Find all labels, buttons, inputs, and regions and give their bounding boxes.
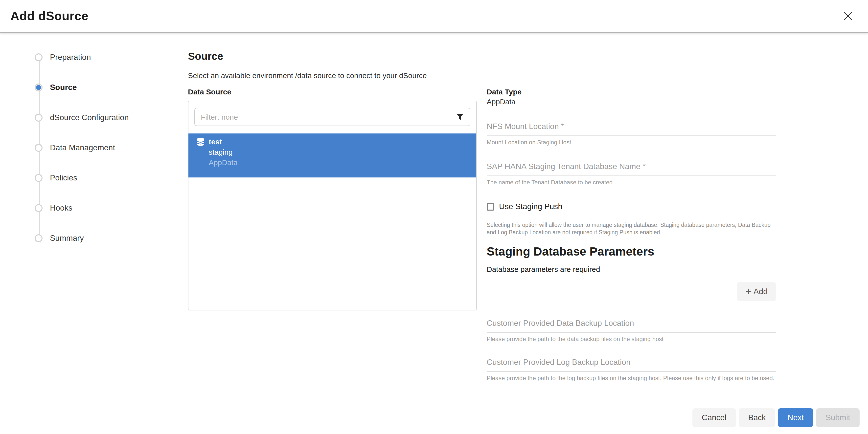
step-label: Data Management [50, 143, 115, 152]
step-dsource-configuration[interactable]: dSource Configuration [0, 102, 168, 132]
filter-field [194, 108, 470, 126]
field-hint: Please provide the path to the log backu… [487, 375, 776, 381]
step-policies[interactable]: Policies [0, 163, 168, 193]
wizard-footer: Cancel Back Next Submit [0, 401, 868, 434]
modal-header: Add dSource [0, 0, 868, 33]
staging-db-parameters-subtext: Database parameters are required [487, 265, 776, 273]
step-label: Policies [50, 173, 77, 182]
log-backup-location-input[interactable] [487, 358, 776, 372]
data-type-value: AppData [487, 97, 776, 106]
field-hint: Please provide the path to the data back… [487, 336, 776, 342]
nfs-mount-location-field: Mount Location on Staging Host [487, 122, 776, 146]
item-type: AppData [197, 157, 468, 168]
add-parameter-row: + Add [487, 282, 776, 301]
use-staging-push-label: Use Staging Push [499, 202, 562, 211]
filter-input[interactable] [194, 108, 470, 126]
wizard-body: Preparation Source dSource Configuration… [0, 33, 868, 401]
submit-button: Submit [816, 408, 860, 427]
step-radio-icon [35, 113, 42, 121]
step-label: Summary [50, 234, 84, 242]
filter-funnel-icon [456, 112, 464, 123]
field-hint: The name of the Tenant Database to be cr… [487, 179, 776, 186]
next-button[interactable]: Next [778, 408, 813, 427]
source-step-content: Source Select an available environment /… [168, 33, 868, 401]
data-type-label: Data Type [487, 88, 776, 96]
step-label: Hooks [50, 203, 72, 212]
data-source-listbox: test staging AppData [188, 101, 477, 310]
step-preparation[interactable]: Preparation [0, 42, 168, 72]
sap-hana-tenant-db-input[interactable] [487, 162, 776, 176]
data-source-item-selected[interactable]: test staging AppData [188, 133, 476, 177]
staging-db-parameters-heading: Staging Database Parameters [487, 245, 776, 259]
step-radio-icon [35, 174, 42, 182]
data-backup-location-field: Please provide the path to the data back… [487, 319, 776, 342]
step-radio-icon [35, 234, 42, 242]
plus-icon: + [746, 286, 752, 296]
sap-hana-tenant-db-field: The name of the Tenant Database to be cr… [487, 162, 776, 186]
step-radio-icon [35, 204, 42, 212]
page-subtitle: Select an available environment /data so… [188, 71, 868, 79]
add-parameter-button[interactable]: + Add [737, 282, 776, 301]
nfs-mount-location-input[interactable] [487, 122, 776, 136]
step-label: dSource Configuration [50, 113, 129, 122]
step-radio-icon [35, 83, 42, 91]
step-radio-icon [35, 143, 42, 152]
step-source[interactable]: Source [0, 72, 168, 102]
item-environment: staging [197, 147, 468, 157]
add-button-label: Add [753, 287, 768, 296]
use-staging-push-row: Use Staging Push [487, 202, 776, 211]
data-source-label: Data Source [188, 88, 477, 96]
step-radio-icon [35, 53, 42, 61]
step-data-management[interactable]: Data Management [0, 132, 168, 163]
step-summary[interactable]: Summary [0, 223, 168, 253]
staging-push-description: Selecting this option will allow the use… [487, 222, 776, 236]
back-button[interactable]: Back [739, 408, 775, 427]
add-dsource-modal: Add dSource Preparation Source dSource C… [0, 0, 868, 434]
step-label: Source [50, 83, 77, 92]
step-hooks[interactable]: Hooks [0, 193, 168, 223]
page-title: Source [188, 51, 868, 62]
data-backup-location-input[interactable] [487, 319, 776, 333]
database-icon [197, 137, 204, 146]
use-staging-push-checkbox[interactable] [487, 203, 494, 210]
step-label: Preparation [50, 53, 91, 62]
close-icon[interactable] [841, 10, 854, 23]
modal-title: Add dSource [10, 9, 89, 23]
log-backup-location-field: Please provide the path to the log backu… [487, 358, 776, 381]
cancel-button[interactable]: Cancel [692, 408, 736, 427]
source-details-pane: Data Type AppData Mount Location on Stag… [487, 88, 776, 381]
wizard-step-nav: Preparation Source dSource Configuration… [0, 33, 168, 401]
item-name: test [209, 137, 222, 147]
field-hint: Mount Location on Staging Host [487, 139, 776, 146]
data-source-pane: Data Source [188, 88, 477, 381]
